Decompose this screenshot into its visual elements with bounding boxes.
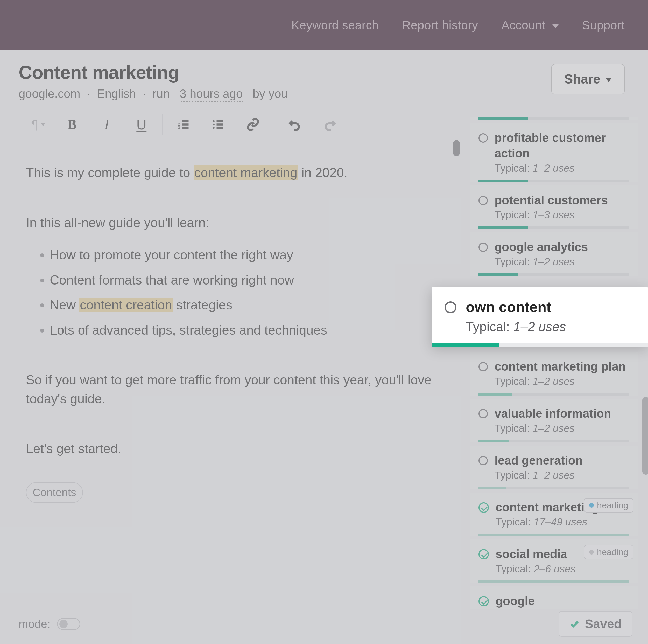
editor-toolbar: ¶ B I U 123 — [19, 109, 459, 140]
text-run: New — [50, 298, 79, 312]
mode-toggle[interactable] — [57, 618, 80, 630]
subtitle-domain: google.com — [19, 87, 80, 100]
bold-button[interactable]: B — [64, 116, 80, 133]
editor-footer: mode: Saved — [19, 611, 633, 637]
keyword-label: google analytics — [495, 239, 629, 255]
chevron-down-icon — [605, 78, 612, 82]
keyword-label: valuable information — [495, 406, 629, 422]
highlight-keyword: content creation — [79, 298, 173, 312]
keyword-typical: Typical: 1–2 uses — [495, 423, 629, 434]
editor-paragraph: In this all-new guide you'll learn: — [26, 213, 445, 232]
subtitle-run-time[interactable]: 3 hours ago — [180, 87, 242, 102]
badge-label: heading — [597, 547, 628, 557]
keyword-label: lead generation — [495, 453, 629, 468]
keyword-label: profitable customer action — [495, 130, 629, 161]
svg-text:3: 3 — [178, 125, 180, 130]
editor-paragraph: Let's get started. — [26, 439, 445, 458]
contents-chip[interactable]: Contents — [26, 482, 83, 503]
keyword-typical: Typical: 1–2 uses — [495, 469, 629, 481]
status-circle-icon — [479, 456, 488, 465]
keyword-typical: Typical: 1–2 uses — [495, 256, 629, 268]
editor-body[interactable]: This is my complete guide to content mar… — [19, 140, 459, 513]
link-button[interactable] — [245, 116, 261, 133]
keyword-label: content marketing plan — [495, 359, 629, 375]
text-run: strategies — [173, 298, 232, 312]
main-area: ¶ B I U 123 — [0, 109, 648, 635]
keyword-typical: Typical: 1–2 uses — [495, 376, 629, 387]
editor-scrollbar-thumb[interactable] — [453, 140, 460, 156]
share-button[interactable]: Share — [551, 64, 625, 94]
dot-icon — [589, 550, 594, 554]
mode-label: mode: — [19, 617, 50, 631]
keyword-sidebar: profitable customer action Typical: 1–2 … — [470, 109, 638, 635]
redo-button[interactable] — [321, 116, 338, 133]
heading-badge: heading — [584, 498, 634, 512]
nav-account-label: Account — [501, 18, 545, 32]
top-navbar: Keyword search Report history Account Su… — [0, 0, 648, 50]
text-run: in 2020. — [298, 165, 347, 180]
paragraph-style-dropdown[interactable]: ¶ — [31, 117, 46, 132]
keyword-item-highlighted[interactable]: own content Typical: 1–2 uses — [432, 287, 648, 347]
page-subtitle: google.com · English · run 3 hours ago b… — [19, 87, 288, 101]
list-item: How to promote your content the right wa… — [50, 246, 445, 264]
keyword-item[interactable]: google analytics Typical: 1–2 uses — [470, 232, 638, 276]
check-icon — [570, 619, 580, 629]
keyword-label: google — [496, 593, 629, 609]
page-title: Content marketing — [19, 62, 288, 83]
keyword-typical: Typical: 1–2 uses — [495, 162, 629, 174]
status-circle-icon — [479, 196, 488, 205]
status-circle-icon — [444, 301, 456, 313]
badge-label: heading — [597, 500, 628, 510]
italic-button[interactable]: I — [99, 116, 115, 133]
pilcrow-icon: ¶ — [31, 117, 38, 132]
status-check-icon — [479, 596, 489, 606]
keyword-item[interactable]: content marketing plan Typical: 1–2 uses — [470, 352, 638, 396]
chevron-down-icon — [552, 24, 558, 28]
svg-point-11 — [213, 127, 215, 129]
list-item: New content creation strategies — [50, 296, 445, 314]
editor-bullet-list: How to promote your content the right wa… — [50, 246, 445, 340]
unordered-list-button[interactable] — [210, 116, 226, 133]
keyword-typical: Typical: 1–2 uses — [466, 319, 635, 334]
keyword-item[interactable]: heading social media Typical: 2–6 uses — [470, 539, 638, 583]
status-circle-icon — [479, 362, 488, 371]
highlight-keyword: content marketing — [194, 165, 298, 180]
keyword-item[interactable]: valuable information Typical: 1–2 uses — [470, 399, 638, 442]
svg-point-9 — [213, 120, 215, 122]
list-item: Lots of advanced tips, strategies and te… — [50, 321, 445, 340]
keyword-label: own content — [466, 298, 635, 317]
nav-support[interactable]: Support — [582, 18, 625, 32]
keyword-item[interactable]: heading content marketing Typical: 17–49… — [470, 493, 638, 536]
page-header: Content marketing google.com · English ·… — [0, 50, 648, 109]
list-item: Content formats that are working right n… — [50, 271, 445, 290]
nav-keyword-search[interactable]: Keyword search — [291, 18, 379, 32]
dot-icon — [589, 503, 594, 507]
subtitle-run-suffix: by you — [253, 87, 288, 100]
keyword-item[interactable]: google — [470, 586, 638, 609]
text-run: This is my complete guide to — [26, 165, 194, 180]
keyword-item[interactable] — [470, 117, 638, 120]
keyword-label: potential customers — [495, 193, 629, 208]
svg-point-10 — [213, 124, 215, 126]
keyword-item[interactable]: potential customers Typical: 1–3 uses — [470, 186, 638, 229]
sidebar-scrollbar-thumb[interactable] — [642, 397, 648, 475]
keyword-typical: Typical: 17–49 uses — [496, 516, 629, 528]
keyword-typical: Typical: 2–6 uses — [496, 563, 629, 575]
saved-label: Saved — [585, 617, 622, 631]
underline-button[interactable]: U — [133, 116, 150, 133]
editor-column: ¶ B I U 123 — [19, 109, 459, 635]
keyword-typical: Typical: 1–3 uses — [495, 209, 629, 221]
status-circle-icon — [479, 409, 488, 418]
nav-account[interactable]: Account — [501, 18, 558, 32]
subtitle-run-prefix: run — [153, 87, 170, 100]
mode-toggle-wrap: mode: — [19, 617, 80, 631]
undo-button[interactable] — [287, 116, 303, 133]
keyword-item[interactable]: profitable customer action Typical: 1–2 … — [470, 123, 638, 182]
keyword-item[interactable]: lead generation Typical: 1–2 uses — [470, 446, 638, 489]
status-circle-icon — [479, 243, 488, 252]
ordered-list-button[interactable]: 123 — [175, 116, 192, 133]
heading-badge: heading — [584, 545, 634, 559]
share-label: Share — [564, 71, 600, 87]
nav-report-history[interactable]: Report history — [402, 18, 478, 32]
editor-paragraph: So if you want to get more traffic from … — [26, 370, 445, 408]
